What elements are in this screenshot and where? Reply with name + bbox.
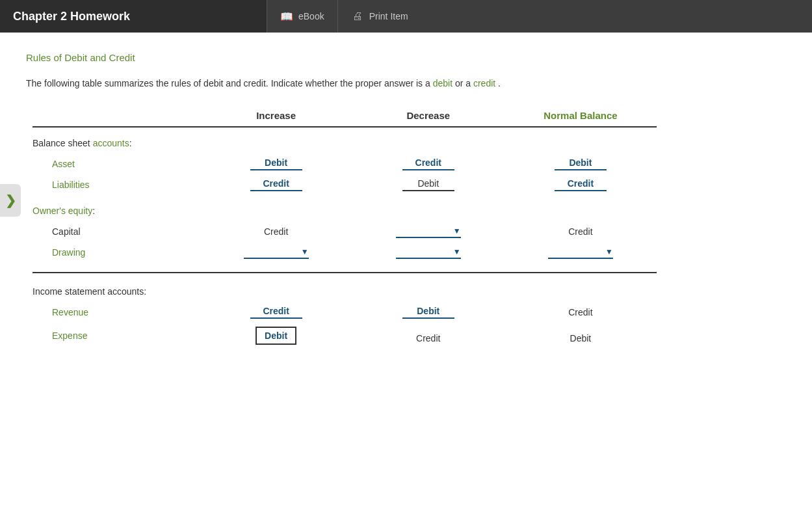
asset-decrease-cell: Credit: [352, 154, 504, 174]
table-header-row: Increase Decrease Normal Balance: [33, 110, 657, 127]
asset-normal-value: Debit: [555, 157, 607, 170]
capital-decrease-dropdown[interactable]: ▼: [396, 226, 461, 238]
section-title: Rules of Debit and Credit: [26, 52, 786, 63]
ebook-icon: 📖: [280, 10, 293, 23]
app-title: Chapter 2 Homework: [0, 0, 267, 33]
intro-before: The following table summarizes the rules…: [26, 78, 430, 88]
liabilities-label: Liabilities: [33, 174, 200, 195]
title-text: Chapter 2 Homework: [13, 10, 130, 23]
expense-increase-answer[interactable]: Debit: [255, 327, 296, 345]
colon-text: :: [129, 138, 132, 148]
income-statement-label-row: Income statement accounts:: [33, 273, 657, 302]
drawing-normal-arrow: ▼: [605, 247, 613, 256]
capital-decrease-dropdown-arrow: ▼: [453, 226, 461, 236]
capital-label: Capital: [33, 221, 200, 242]
app-header: Chapter 2 Homework 📖 eBook 🖨 Print Item: [0, 0, 812, 33]
asset-row: Asset Debit Credit Debit: [33, 154, 657, 174]
capital-normal-cell: Credit: [504, 221, 657, 242]
intro-mid: or a: [455, 78, 471, 88]
decrease-header: Decrease: [352, 110, 504, 127]
asset-normal-cell: Debit: [504, 154, 657, 174]
ebook-label: eBook: [298, 11, 324, 21]
asset-increase-value: Debit: [250, 157, 302, 170]
liabilities-increase-value: Credit: [250, 178, 302, 191]
separator-row: [33, 263, 657, 273]
revenue-increase-cell: Credit: [200, 302, 352, 323]
capital-decrease-cell[interactable]: ▼: [352, 221, 504, 242]
expense-normal-cell: Debit: [504, 323, 657, 349]
asset-increase-cell: Debit: [200, 154, 352, 174]
side-nav-arrow[interactable]: ❯: [0, 184, 21, 217]
owners-equity-colon: :: [92, 206, 95, 216]
intro-paragraph: The following table summarizes the rules…: [26, 76, 786, 90]
normal-balance-header: Normal Balance: [504, 110, 657, 127]
credit-link[interactable]: credit: [473, 78, 495, 88]
owners-equity-text: Owner's equity: [33, 206, 92, 216]
liabilities-increase-cell: Credit: [200, 174, 352, 195]
capital-increase-cell: Credit: [200, 221, 352, 242]
income-statement-text: Income statement accounts:: [33, 286, 146, 297]
asset-decrease-value: Credit: [402, 157, 454, 170]
balance-sheet-label-row: Balance sheet accounts:: [33, 127, 657, 154]
revenue-decrease-cell: Debit: [352, 302, 504, 323]
liabilities-normal-value: Credit: [555, 178, 607, 191]
owners-equity-label-row: Owner's equity:: [33, 195, 657, 221]
balance-sheet-text: Balance sheet: [33, 138, 90, 148]
revenue-normal-cell: Credit: [504, 302, 657, 323]
drawing-normal-dropdown[interactable]: ▼: [548, 247, 613, 259]
drawing-decrease-cell[interactable]: ▼: [352, 242, 504, 263]
expense-label: Expense: [33, 323, 200, 349]
ebook-tab[interactable]: 📖 eBook: [267, 0, 337, 33]
liabilities-decrease-value: Debit: [402, 178, 454, 191]
revenue-increase-value: Credit: [250, 306, 302, 319]
print-tab[interactable]: 🖨 Print Item: [337, 0, 421, 33]
expense-decrease-cell: Credit: [352, 323, 504, 349]
capital-row: Capital Credit ▼ Credit: [33, 221, 657, 242]
drawing-decrease-arrow: ▼: [453, 247, 461, 256]
drawing-normal-cell[interactable]: ▼: [504, 242, 657, 263]
liabilities-decrease-cell: Debit: [352, 174, 504, 195]
liabilities-row: Liabilities Credit Debit Credit: [33, 174, 657, 195]
revenue-label: Revenue: [33, 302, 200, 323]
intro-after: .: [498, 78, 501, 88]
revenue-decrease-value: Debit: [402, 306, 454, 319]
main-content: ❯ Rules of Debit and Credit The followin…: [0, 33, 812, 368]
print-label: Print Item: [369, 11, 408, 21]
drawing-label: Drawing: [33, 242, 200, 263]
expense-normal-value: Debit: [555, 333, 607, 345]
asset-label: Asset: [33, 154, 200, 174]
liabilities-normal-cell: Credit: [504, 174, 657, 195]
accounts-text: accounts: [93, 138, 129, 148]
drawing-increase-dropdown[interactable]: ▼: [244, 247, 309, 259]
drawing-row: Drawing ▼ ▼ ▼: [33, 242, 657, 263]
debit-link[interactable]: debit: [433, 78, 452, 88]
capital-increase-value: Credit: [250, 226, 302, 238]
rules-table: Increase Decrease Normal Balance Balance…: [33, 110, 657, 349]
expense-row: Expense Debit Credit Debit: [33, 323, 657, 349]
capital-normal-value: Credit: [555, 226, 607, 238]
expense-increase-cell[interactable]: Debit: [200, 323, 352, 349]
revenue-row: Revenue Credit Debit Credit: [33, 302, 657, 323]
drawing-increase-cell[interactable]: ▼: [200, 242, 352, 263]
print-icon: 🖨: [351, 10, 364, 23]
drawing-decrease-dropdown[interactable]: ▼: [396, 247, 461, 259]
expense-decrease-value: Credit: [402, 333, 454, 345]
revenue-normal-value: Credit: [555, 307, 607, 319]
drawing-increase-arrow: ▼: [301, 247, 309, 256]
increase-header: Increase: [200, 110, 352, 127]
